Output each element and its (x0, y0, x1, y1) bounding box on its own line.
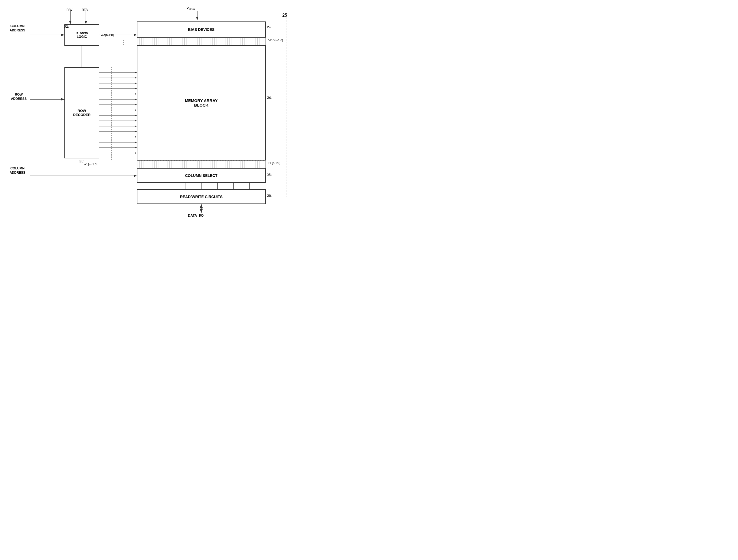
vdd-label: VDD[n-1:0] (268, 39, 283, 42)
rtai-label: RTAᵢ (82, 8, 88, 12)
ref-25-label: 25 (282, 13, 287, 18)
ref-27-label: 27ᵢ (267, 25, 271, 29)
vddm-label: Vddm (187, 6, 195, 11)
rta-wa-logic-block: RTA/WALOGIC (64, 24, 99, 46)
data-io-label: DATA_I/O (188, 214, 204, 218)
wa-label: WA[n-1:0] (101, 33, 114, 36)
ref-32-label: 32ᵢ (64, 24, 69, 28)
rw-label: R/W (66, 8, 72, 11)
vdd-connections (137, 38, 266, 45)
column-select-block: COLUMN SELECT (137, 168, 266, 183)
ref-26-label: 26ᵢ (267, 95, 272, 99)
wl-label: WL[m-1:0] (84, 163, 97, 166)
bias-devices-block: BIAS DEVICES (137, 21, 266, 38)
row-address-label: ROWADDRESS (8, 93, 29, 101)
diagram: 25 BIAS DEVICES 27ᵢ VDD[n-1:0] MEMORY AR… (0, 0, 295, 224)
column-address-top-label: COLUMNADDRESS (5, 24, 29, 32)
bl-connections (137, 161, 266, 168)
row-decoder-block: ROWDECODER (64, 67, 99, 159)
bl-label: BL[n-1:0] (268, 161, 281, 165)
ref-28-label: 28ᵢ (267, 193, 272, 198)
ref-30-label: 30ᵢ (267, 172, 272, 176)
memory-array-block: MEMORY ARRAYBLOCK (137, 45, 266, 161)
ref-33-label: 33ᵢ (79, 159, 84, 163)
read-write-block: READ/WRITE CIRCUITS (137, 189, 266, 204)
column-address-bottom-label: COLUMNADDRESS (5, 167, 29, 175)
bl-dashed-line (137, 160, 266, 161)
